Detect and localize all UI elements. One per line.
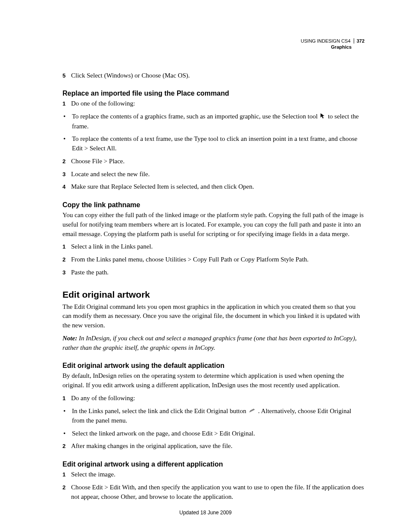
paragraph-edit-default-intro: By default, InDesign relies on the opera… xyxy=(62,371,364,390)
header-product-text: USING INDESIGN CS4 xyxy=(301,38,351,44)
copy-step-list: 1 Select a link in the Links panel. 2 Fr… xyxy=(62,242,364,277)
paragraph-edit-intro: The Edit Original command lets you open … xyxy=(62,302,364,330)
step-text: Select the image. xyxy=(71,470,364,479)
list-item: 1 Do one of the following: xyxy=(62,99,364,109)
subheading-replace: Replace an imported file using the Place… xyxy=(62,90,364,97)
step-text: Locate and select the new file. xyxy=(71,170,364,179)
subheading-copy: Copy the link pathname xyxy=(62,201,364,209)
note-label: Note: xyxy=(62,335,77,342)
step-number: 3 xyxy=(62,170,71,179)
document-page: USING INDESIGN CS4 372 Graphics 5 Click … xyxy=(0,0,411,501)
list-item: 2 From the Links panel menu, choose Util… xyxy=(62,255,364,264)
list-item: 3 Paste the path. xyxy=(62,268,364,277)
list-item: • In the Links panel, select the link an… xyxy=(62,407,364,426)
step-number: 1 xyxy=(62,470,71,479)
step-text: Select a link in the Links panel. xyxy=(71,242,364,252)
bullet-marker: • xyxy=(62,429,72,439)
step-number: 2 xyxy=(62,442,71,451)
list-item: 1 Select the image. xyxy=(62,470,364,479)
step-number: 2 xyxy=(62,255,71,264)
edit-original-icon xyxy=(249,407,255,416)
continued-step-list: 5 Click Select (Windows) or Choose (Mac … xyxy=(62,71,364,81)
selection-tool-icon xyxy=(320,112,325,122)
subheading-edit-default: Edit original artwork using the default … xyxy=(62,362,364,370)
step-number: 4 xyxy=(62,182,71,192)
bullet-text: To replace the contents of a text frame,… xyxy=(72,134,364,153)
bullet-text-part: In the Links panel, select the link and … xyxy=(72,408,248,414)
list-item: 2 Choose Edit > Edit With, and then spec… xyxy=(62,483,364,502)
subheading-edit-diff: Edit original artwork using a different … xyxy=(62,460,364,468)
edit-default-bullet-list: • In the Links panel, select the link an… xyxy=(62,407,364,439)
step-number: 1 xyxy=(62,99,71,109)
step-text: Choose File > Place. xyxy=(71,157,364,166)
list-item: • To replace the contents of a text fram… xyxy=(62,134,364,153)
step-number: 2 xyxy=(62,157,71,166)
bullet-marker: • xyxy=(62,407,72,426)
list-item: • Select the linked artwork on the page,… xyxy=(62,429,364,439)
step-number: 5 xyxy=(62,71,71,81)
edit-diff-step-list: 1 Select the image. 2 Choose Edit > Edit… xyxy=(62,470,364,501)
header-product: USING INDESIGN CS4 372 xyxy=(301,38,364,44)
bullet-text-part: To replace the contents of a graphics fr… xyxy=(72,113,319,120)
header-section: Graphics xyxy=(62,44,364,50)
list-item: 4 Make sure that Replace Selected Item i… xyxy=(62,182,364,192)
step-text: Do any of the following: xyxy=(71,394,364,403)
step-number: 2 xyxy=(62,483,71,502)
step-text: After making changes in the original app… xyxy=(71,442,364,451)
page-header: USING INDESIGN CS4 372 Graphics xyxy=(62,38,364,50)
paragraph-note: Note: In InDesign, if you check out and … xyxy=(62,334,364,353)
bullet-text: In the Links panel, select the link and … xyxy=(72,407,364,426)
step-text: Paste the path. xyxy=(71,268,364,277)
step-number: 1 xyxy=(62,242,71,252)
step-number: 1 xyxy=(62,394,71,403)
list-item: 1 Select a link in the Links panel. xyxy=(62,242,364,252)
edit-default-step-list-cont: 2 After making changes in the original a… xyxy=(62,442,364,451)
step-number: 3 xyxy=(62,268,71,277)
page-number: 372 xyxy=(354,38,364,44)
bullet-text: To replace the contents of a graphics fr… xyxy=(72,112,364,131)
step-text: Do one of the following: xyxy=(71,99,364,109)
list-item: 5 Click Select (Windows) or Choose (Mac … xyxy=(62,71,364,81)
step-text: Click Select (Windows) or Choose (Mac OS… xyxy=(71,71,364,81)
step-text: Choose Edit > Edit With, and then specif… xyxy=(71,483,364,502)
replace-step-list: 1 Do one of the following: xyxy=(62,99,364,109)
list-item: 2 After making changes in the original a… xyxy=(62,442,364,451)
bullet-marker: • xyxy=(62,112,72,131)
bullet-marker: • xyxy=(62,134,72,153)
list-item: 2 Choose File > Place. xyxy=(62,157,364,166)
note-text: In InDesign, if you check out and select… xyxy=(62,335,357,351)
section-heading-edit: Edit original artwork xyxy=(62,289,364,300)
bullet-text: Select the linked artwork on the page, a… xyxy=(72,429,364,439)
step-text: From the Links panel menu, choose Utilit… xyxy=(71,255,364,264)
replace-step-list-cont: 2 Choose File > Place. 3 Locate and sele… xyxy=(62,157,364,192)
list-item: • To replace the contents of a graphics … xyxy=(62,112,364,131)
replace-bullet-list: • To replace the contents of a graphics … xyxy=(62,112,364,153)
page-footer: Updated 18 June 2009 xyxy=(0,510,411,516)
list-item: 1 Do any of the following: xyxy=(62,394,364,403)
edit-default-step-list: 1 Do any of the following: xyxy=(62,394,364,403)
paragraph-copy-intro: You can copy either the full path of the… xyxy=(62,211,364,239)
list-item: 3 Locate and select the new file. xyxy=(62,170,364,179)
step-text: Make sure that Replace Selected Item is … xyxy=(71,182,364,192)
